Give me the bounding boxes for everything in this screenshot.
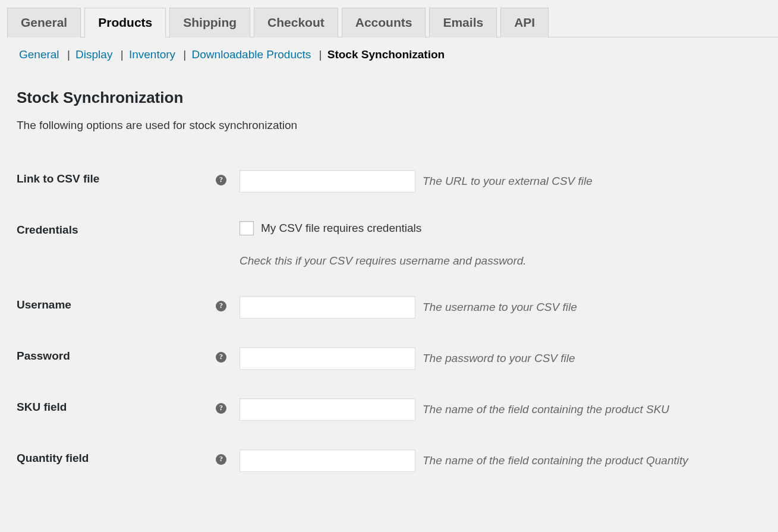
separator: |	[67, 48, 70, 61]
subnav-stock-sync[interactable]: Stock Synchonization	[327, 48, 445, 61]
sku-field-hint: The name of the field containing the pro…	[423, 403, 669, 416]
help-icon[interactable]: ?	[216, 301, 226, 311]
label-quantity-field: Quantity field	[17, 449, 216, 465]
tab-products[interactable]: Products	[84, 8, 166, 37]
help-icon[interactable]: ?	[216, 454, 226, 465]
help-icon[interactable]: ?	[216, 352, 226, 363]
row-quantity-field: Quantity field ? The name of the field c…	[17, 435, 761, 486]
page-description: The following options are used for stock…	[17, 119, 761, 132]
label-csv-link: Link to CSV file	[17, 170, 216, 185]
tab-emails[interactable]: Emails	[429, 8, 497, 37]
row-password: Password ? The password to your CSV file	[17, 333, 761, 384]
csv-link-hint: The URL to your external CSV file	[423, 175, 593, 188]
quantity-field-hint: The name of the field containing the pro…	[423, 454, 688, 467]
username-input[interactable]	[240, 296, 415, 319]
quantity-field-input[interactable]	[240, 449, 415, 472]
sub-navigation: General | Display | Inventory | Download…	[17, 37, 761, 67]
password-input[interactable]	[240, 347, 415, 370]
label-sku-field: SKU field	[17, 398, 216, 414]
credentials-checkbox[interactable]	[240, 221, 254, 235]
label-password: Password	[17, 347, 216, 363]
label-username: Username	[17, 296, 216, 311]
username-hint: The username to your CSV file	[423, 301, 577, 314]
credentials-description: Check this if your CSV requires username…	[240, 254, 761, 267]
password-hint: The password to your CSV file	[423, 352, 575, 365]
separator: |	[183, 48, 186, 61]
row-sku-field: SKU field ? The name of the field contai…	[17, 384, 761, 435]
subnav-downloadable[interactable]: Downloadable Products	[192, 48, 311, 61]
tab-shipping[interactable]: Shipping	[169, 8, 250, 37]
tab-general[interactable]: General	[7, 8, 81, 37]
help-icon[interactable]: ?	[216, 403, 226, 414]
row-credentials: Credentials My CSV file requires credent…	[17, 207, 761, 282]
subnav-display[interactable]: Display	[75, 48, 112, 61]
tab-api[interactable]: API	[500, 8, 549, 37]
separator: |	[319, 48, 322, 61]
tab-checkout[interactable]: Checkout	[254, 8, 338, 37]
credentials-checkbox-label[interactable]: My CSV file requires credentials	[261, 222, 421, 235]
subnav-inventory[interactable]: Inventory	[129, 48, 175, 61]
csv-link-input[interactable]	[240, 170, 415, 193]
subnav-general[interactable]: General	[19, 48, 59, 61]
main-tabs: General Products Shipping Checkout Accou…	[7, 0, 778, 37]
label-credentials: Credentials	[17, 221, 216, 237]
page-title: Stock Synchronization	[17, 89, 761, 107]
separator: |	[121, 48, 124, 61]
row-csv-link: Link to CSV file ? The URL to your exter…	[17, 156, 761, 207]
help-icon[interactable]: ?	[216, 175, 226, 185]
row-username: Username ? The username to your CSV file	[17, 282, 761, 333]
tab-accounts[interactable]: Accounts	[342, 8, 426, 37]
sku-field-input[interactable]	[240, 398, 415, 421]
